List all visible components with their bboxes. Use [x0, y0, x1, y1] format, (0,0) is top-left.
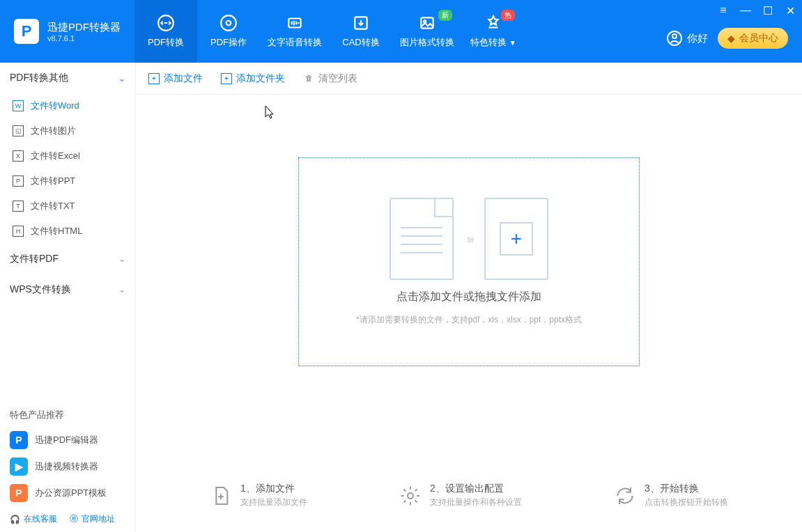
badge-new: 新 [438, 10, 452, 21]
ppt-template-icon: P [10, 484, 28, 502]
word-icon: W [13, 100, 24, 111]
arrows-icon: › › › [466, 232, 472, 247]
dropzone-title: 点击添加文件或拖拽文件添加 [396, 290, 541, 304]
sidebar-item-to-excel[interactable]: X文件转Excel [0, 143, 135, 169]
nav-tab-text-voice[interactable]: 文字语音转换 [260, 0, 330, 63]
txt-icon: T [13, 201, 24, 212]
app-version: v8.7.6.1 [47, 34, 121, 42]
plus-icon: + [148, 73, 160, 84]
sidebar-item-to-word[interactable]: W文件转Word [0, 93, 135, 118]
app-logo-icon: P [14, 19, 39, 44]
refresh-icon [614, 485, 636, 507]
svg-rect-5 [421, 17, 433, 28]
nav-tab-cad[interactable]: CAD转换 [330, 0, 392, 63]
step-3: 3、开始转换点击转换按钮开始转换 [614, 483, 728, 508]
user-icon [666, 30, 683, 47]
image-small-icon: ◱ [13, 125, 24, 136]
excel-icon: X [13, 150, 24, 162]
sidebar-item-to-txt[interactable]: T文件转TXT [0, 194, 135, 219]
featured-pdf-editor[interactable]: P迅捷PDF编辑器 [0, 427, 135, 453]
file-plus-icon [210, 485, 232, 507]
ppt-icon: P [13, 175, 24, 187]
sidebar-cat-wps[interactable]: WPS文件转换 ⌄ [0, 274, 135, 305]
sidebar-cat-pdf-to-other[interactable]: PDF转换其他 ⌃ [0, 63, 135, 93]
sidebar-item-to-image[interactable]: ◱文件转图片 [0, 118, 135, 143]
swap-icon [157, 14, 175, 32]
dropzone-subtitle: *请添加需要转换的文件，支持pdf，xls，xlsx，ppt，pptx格式 [356, 314, 582, 326]
nav-tab-pdf-convert[interactable]: PDF转换 [134, 0, 197, 63]
settings-icon [399, 485, 422, 507]
badge-hot: 热 [501, 10, 515, 21]
svg-point-8 [672, 34, 677, 38]
featured-video-converter[interactable]: ▶迅捷视频转换器 [0, 453, 135, 480]
nav-tab-special[interactable]: 热 特色转换 ▼ [462, 0, 525, 63]
member-center-button[interactable]: ◆ 会员中心 [718, 28, 788, 49]
app-logo-area: P 迅捷PDF转换器 v8.7.6.1 [0, 0, 134, 63]
chevron-down-icon: ⌄ [118, 254, 125, 264]
add-folder-button[interactable]: +添加文件夹 [221, 72, 285, 85]
globe-icon: ⓔ [70, 513, 78, 525]
minimize-button[interactable]: — [739, 4, 752, 17]
app-name: 迅捷PDF转换器 [47, 21, 121, 34]
headset-icon: 🎧 [10, 515, 20, 524]
svg-point-1 [221, 15, 236, 31]
star-swap-icon [484, 14, 502, 32]
chevron-down-icon: ▼ [509, 39, 516, 47]
document-icon [390, 198, 454, 280]
featured-ppt-templates[interactable]: P办公资源PPT模板 [0, 480, 135, 506]
trash-icon: 🗑 [303, 73, 314, 84]
diamond-icon: ◆ [727, 33, 735, 44]
close-button[interactable]: ✕ [784, 4, 796, 17]
maximize-button[interactable]: ☐ [762, 4, 774, 17]
website-link[interactable]: ⓔ官网地址 [70, 513, 115, 525]
drop-zone[interactable]: › › › + 点击添加文件或拖拽文件添加 *请添加需要转换的文件，支持pdf，… [298, 157, 640, 366]
clear-list-button[interactable]: 🗑清空列表 [303, 72, 357, 85]
nav-tab-pdf-ops[interactable]: PDF操作 [197, 0, 260, 63]
svg-point-9 [408, 493, 413, 499]
sidebar-cat-to-pdf[interactable]: 文件转PDF ⌄ [0, 244, 135, 274]
audio-icon [286, 14, 304, 32]
add-target-icon: + [484, 198, 548, 280]
online-support-link[interactable]: 🎧在线客服 [10, 513, 57, 525]
folder-plus-icon: + [221, 73, 232, 84]
pdf-editor-icon: P [10, 431, 28, 449]
add-file-button[interactable]: +添加文件 [148, 72, 203, 85]
step-1: 1、添加文件支持批量添加文件 [210, 483, 307, 508]
video-icon: ▶ [10, 457, 28, 476]
chevron-down-icon: ⌄ [118, 285, 125, 295]
download-icon [352, 14, 370, 32]
sidebar-item-to-ppt[interactable]: P文件转PPT [0, 169, 135, 194]
image-icon [418, 14, 436, 32]
gear-icon [219, 14, 238, 32]
sidebar-item-to-html[interactable]: H文件转HTML [0, 219, 135, 244]
step-2: 2、设置输出配置支持批量操作和各种设置 [399, 483, 522, 508]
chevron-up-icon: ⌃ [118, 73, 125, 83]
menu-icon[interactable]: ≡ [717, 4, 730, 17]
nav-tab-image-format[interactable]: 新 图片格式转换 [392, 0, 462, 63]
svg-point-2 [226, 21, 231, 26]
featured-title: 特色产品推荐 [0, 403, 135, 427]
html-icon: H [13, 226, 24, 237]
user-greeting[interactable]: 你好 [666, 30, 708, 47]
